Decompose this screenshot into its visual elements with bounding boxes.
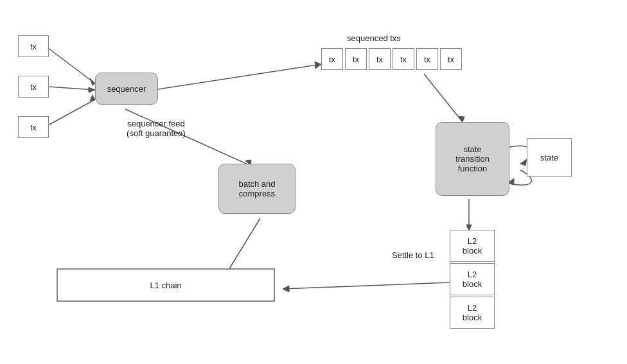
architecture-diagram: tx tx tx sequencer sequenced txs tx tx t… [0, 0, 627, 364]
sequencer-node: sequencer [95, 73, 158, 105]
settle-to-l1-label: Settle to L1 [392, 250, 434, 260]
l2-block-3: L2 block [450, 297, 495, 329]
svg-marker-3 [89, 87, 95, 92]
state-transition-node: state transition function [436, 122, 509, 196]
tx-seq-2: tx [345, 48, 367, 70]
svg-marker-19 [283, 286, 289, 292]
svg-line-4 [48, 100, 95, 125]
batch-compress-node: batch and compress [218, 164, 296, 214]
svg-marker-1 [90, 78, 95, 85]
svg-marker-5 [90, 95, 95, 101]
l1-chain-node: L1 chain [57, 268, 275, 302]
l2-block-1: L2 block [450, 230, 495, 262]
sequencer-feed-label: sequencer feed(soft guarantee) [114, 119, 198, 138]
tx-seq-6: tx [440, 48, 462, 70]
tx-seq-4: tx [393, 48, 414, 70]
arrows-svg [0, 0, 627, 364]
svg-line-2 [48, 87, 95, 90]
tx-input-3: tx [18, 116, 49, 138]
svg-line-6 [154, 64, 321, 90]
svg-line-18 [283, 282, 450, 289]
tx-input-2: tx [18, 76, 49, 98]
svg-marker-12 [520, 159, 527, 166]
tx-seq-5: tx [416, 48, 438, 70]
tx-input-1: tx [18, 35, 49, 57]
svg-marker-11 [459, 116, 464, 122]
state-node: state [527, 138, 572, 177]
svg-marker-7 [315, 62, 321, 69]
sequenced-txs-label: sequenced txs [347, 33, 401, 43]
svg-line-10 [424, 74, 463, 122]
svg-line-16 [225, 218, 260, 276]
tx-seq-1: tx [321, 48, 343, 70]
l2-block-2: L2 block [450, 263, 495, 295]
tx-seq-3: tx [369, 48, 391, 70]
svg-line-0 [48, 48, 95, 83]
